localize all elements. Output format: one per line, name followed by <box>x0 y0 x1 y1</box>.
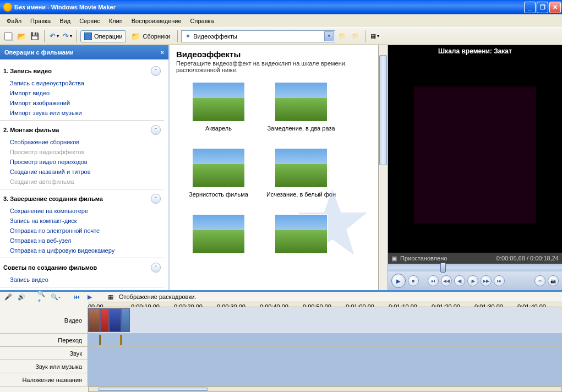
task-save-computer[interactable]: Сохранение на компьютере <box>0 206 164 216</box>
tasks-body: 1. Запись видеоˆ Запись с видеоустройств… <box>0 59 168 290</box>
app-icon <box>3 3 12 12</box>
task-capture-device[interactable]: Запись с видеоустройства <box>0 78 164 88</box>
time-display: 0:00:05,68 / 0:00:18,24 <box>496 255 559 262</box>
play-button[interactable]: ▶ <box>391 274 406 288</box>
location-dropdown[interactable]: ✦ Видеоэффекты ▼ <box>181 30 335 42</box>
scroll-thumb[interactable] <box>379 55 387 165</box>
chevron-up-icon[interactable]: ˆ <box>151 125 161 135</box>
menu-bar: Файл Правка Вид Сервис Клип Воспроизведе… <box>0 14 562 28</box>
task-view-transitions[interactable]: Просмотр видео переходов <box>0 157 164 167</box>
menu-help[interactable]: Справка <box>186 16 219 26</box>
collections-toggle[interactable]: 📁 Сборники <box>127 30 174 42</box>
playback-controls: ▶ ■ ⏮ ◀◀ ◀| |▶ ▶▶ ⏭ ✂ 📷 <box>388 271 562 290</box>
clip[interactable] <box>121 308 130 332</box>
snapshot-button[interactable]: 📷 <box>548 275 559 286</box>
zoom-in-button[interactable]: 🔍+ <box>37 292 47 302</box>
new-button[interactable] <box>2 30 14 42</box>
clip[interactable] <box>88 308 100 332</box>
menu-view[interactable]: Вид <box>55 16 75 26</box>
undo-icon: ↶ <box>50 32 56 40</box>
effect-item[interactable] <box>265 214 337 257</box>
step-back-button[interactable]: ◀| <box>454 275 465 286</box>
effect-thumbnail <box>192 214 245 254</box>
prev-button[interactable]: ⏮ <box>428 275 439 286</box>
clip[interactable] <box>109 308 121 332</box>
new-file-icon <box>4 32 12 40</box>
dropdown-value: Видеоэффекты <box>193 33 322 40</box>
transition-marker[interactable] <box>99 335 101 345</box>
close-icon[interactable]: × <box>161 49 164 56</box>
main-area: Операции с фильмами × 1. Запись видеоˆ З… <box>0 45 562 290</box>
section-tips: Советы по созданию фильмовˆ <box>0 260 164 275</box>
menu-clip[interactable]: Клип <box>105 16 127 26</box>
nav-back-button[interactable]: 📁 <box>336 30 348 42</box>
menu-tools[interactable]: Сервис <box>75 16 105 26</box>
task-automovie: Создание автофильма <box>0 177 164 187</box>
transition-marker[interactable] <box>120 335 122 345</box>
task-send-email[interactable]: Отправка по электронной почте <box>0 226 164 236</box>
section-finish: 3. Завершение создания фильмаˆ <box>0 192 164 206</box>
scroll-thumb[interactable] <box>98 388 208 391</box>
timeline-play-button[interactable]: ▶ <box>85 292 95 302</box>
forward-button[interactable]: ▶▶ <box>481 275 492 286</box>
chevron-up-icon[interactable]: ˆ <box>151 263 161 273</box>
task-tip-capture[interactable]: Запись видео <box>0 275 164 285</box>
stop-button[interactable]: ■ <box>408 275 419 286</box>
tasks-header: Операции с фильмами × <box>0 45 168 59</box>
section-edit: 2. Монтаж фильмаˆ <box>0 123 164 137</box>
chevron-up-icon[interactable]: ˆ <box>151 66 161 76</box>
task-send-web[interactable]: Отправка на веб-узел <box>0 236 164 246</box>
menu-file[interactable]: Файл <box>2 16 26 26</box>
undo-button[interactable]: ↶▾ <box>48 30 60 42</box>
track-audio-music: Звук или музыка <box>0 360 562 373</box>
effect-item[interactable]: Зернистость фильма <box>183 148 254 198</box>
storyboard-link[interactable]: Отображение раскадровки. <box>119 293 196 300</box>
seek-bar[interactable] <box>388 264 562 271</box>
task-make-titles[interactable]: Создание названий и титров <box>0 167 164 177</box>
open-button[interactable]: 📂 <box>15 30 28 42</box>
video-track-content[interactable] <box>88 307 562 333</box>
seek-handle[interactable] <box>440 263 446 273</box>
redo-button[interactable]: ↷▾ <box>61 30 73 42</box>
menu-edit[interactable]: Правка <box>26 16 55 26</box>
collections-label: Сборники <box>143 33 170 40</box>
task-import-audio[interactable]: Импорт звука или музыки <box>0 108 164 118</box>
split-button[interactable]: ✂ <box>534 275 545 286</box>
chevron-up-icon[interactable]: ˆ <box>151 194 161 204</box>
tasks-icon <box>84 32 92 40</box>
task-show-collections[interactable]: Отображение сборников <box>0 137 164 147</box>
rewind-button[interactable]: ◀◀ <box>441 275 452 286</box>
effect-item[interactable]: Замедление, в два раза <box>265 82 337 132</box>
save-icon: 💾 <box>30 32 39 40</box>
preview-status-bar: ▣ Приостановлено 0:00:05,68 / 0:00:18,24 <box>388 253 562 264</box>
zoom-out-button[interactable]: 🔍- <box>51 292 61 302</box>
preview-video <box>388 57 562 253</box>
task-import-video[interactable]: Импорт видео <box>0 88 164 98</box>
window-title: Без имени - Windows Movie Maker <box>14 4 524 10</box>
task-save-cd[interactable]: Запись на компакт-диск <box>0 216 164 226</box>
task-import-pictures[interactable]: Импорт изображений <box>0 98 164 108</box>
timeline-scrollbar[interactable] <box>88 386 562 392</box>
scrollbar[interactable] <box>378 45 388 290</box>
timeline-rewind-button[interactable]: ⏮ <box>72 292 81 302</box>
menu-play[interactable]: Воспроизведение <box>127 16 186 26</box>
minimize-button[interactable]: _ <box>524 2 536 13</box>
step-fwd-button[interactable]: |▶ <box>467 275 478 286</box>
tasks-toggle[interactable]: Операции <box>80 30 126 42</box>
nav-up-button[interactable]: 📁 <box>350 30 362 42</box>
track-transition: Переход <box>0 334 562 347</box>
next-button[interactable]: ⏭ <box>494 275 505 286</box>
task-send-dv[interactable]: Отправка на цифровую видеокамеру <box>0 246 164 255</box>
folder-icon: 📁 <box>131 32 140 41</box>
maximize-button[interactable]: ❐ <box>537 2 548 13</box>
save-button[interactable]: 💾 <box>29 30 41 42</box>
preview-title: Шкала времени: Закат <box>388 45 562 57</box>
close-button[interactable]: ✕ <box>549 2 561 13</box>
effect-item[interactable] <box>183 214 254 257</box>
views-button[interactable]: ▦▾ <box>369 30 381 42</box>
timeline-levels-button[interactable]: 🔊 <box>17 292 26 302</box>
effect-item[interactable]: Акварель <box>183 82 254 132</box>
timeline-ruler[interactable]: 00,00 0:00:10,00 0:00:20,00 0:00:30,00 0… <box>88 302 562 307</box>
clip[interactable] <box>100 308 109 332</box>
timeline-narrate-button[interactable]: 🎤 <box>3 292 13 302</box>
